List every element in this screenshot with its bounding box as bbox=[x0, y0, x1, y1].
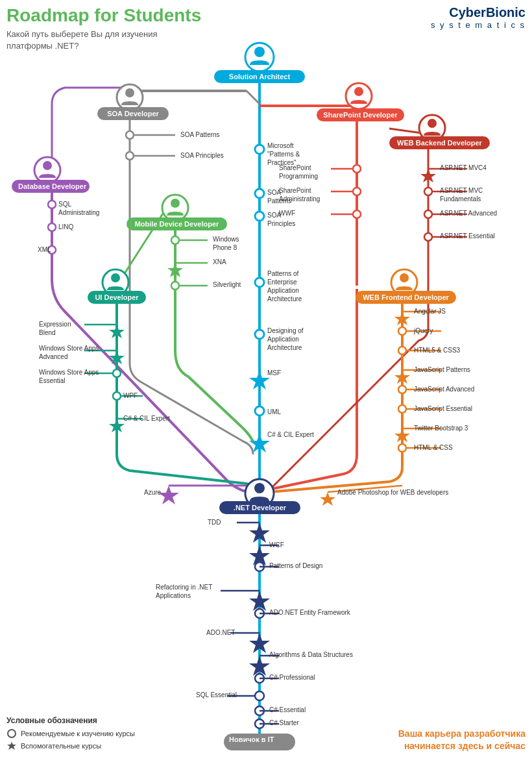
course-uml: UML bbox=[267, 408, 281, 416]
course-refactoring: Refactoring in .NETApplications bbox=[156, 583, 212, 600]
legend-recommended: Рекомендуемые к изучению курсы bbox=[6, 728, 135, 739]
course-sp-programming: SharePointProgramming bbox=[279, 164, 318, 180]
svg-point-65 bbox=[398, 327, 406, 335]
svg-point-66 bbox=[398, 347, 406, 354]
course-linq: LINQ bbox=[58, 223, 73, 231]
course-patterns-of-design: Patterns of Design bbox=[269, 562, 322, 570]
svg-point-37 bbox=[255, 212, 264, 221]
svg-point-62 bbox=[424, 210, 432, 218]
course-wp8: WindowsPhone 8 bbox=[213, 235, 239, 252]
ui-developer-badge: UI Developer bbox=[88, 291, 146, 304]
svg-point-54 bbox=[113, 369, 121, 377]
svg-point-51 bbox=[171, 282, 179, 290]
sharepoint-developer-badge: SharePoint Developer bbox=[317, 108, 404, 121]
course-cil-ui: C# & CIL Expert bbox=[123, 414, 170, 423]
course-wcf: WCF bbox=[269, 541, 284, 549]
svg-point-63 bbox=[424, 233, 432, 241]
course-expression-blend: ExpressionBlend bbox=[39, 320, 71, 337]
svg-point-110 bbox=[400, 273, 409, 282]
course-js-essential: JavaScript Essential bbox=[414, 404, 472, 413]
course-twitter-bootstrap: Twitter Bootstrap 3 bbox=[414, 424, 468, 432]
svg-point-41 bbox=[255, 406, 264, 415]
course-msf: MSF bbox=[267, 369, 281, 377]
svg-point-48 bbox=[126, 152, 134, 160]
course-daa: Designing ofApplicationArchitecture bbox=[267, 327, 304, 352]
svg-point-38 bbox=[255, 278, 264, 287]
course-csharp-professional: C# Professional bbox=[269, 673, 315, 682]
course-aspnet-advanced: ASP.NET Advanced bbox=[440, 209, 497, 217]
course-adobe: Adobe Photoshop for WEB developers bbox=[337, 488, 448, 497]
course-soa-patterns: SOA Patterns bbox=[180, 130, 220, 139]
page-container: Roadmap for Students Какой путь выберете… bbox=[0, 0, 532, 766]
svg-marker-72 bbox=[320, 492, 335, 506]
svg-point-43 bbox=[48, 201, 56, 208]
course-wwf: WWF bbox=[279, 209, 295, 217]
svg-point-58 bbox=[353, 188, 361, 195]
svg-point-69 bbox=[398, 405, 406, 413]
svg-point-57 bbox=[353, 165, 361, 173]
svg-point-106 bbox=[428, 119, 437, 128]
course-peaa: Patterns ofEnterpriseApplicationArchitec… bbox=[267, 269, 302, 303]
svg-point-35 bbox=[255, 145, 264, 154]
svg-point-96 bbox=[254, 47, 265, 57]
course-angular: Angular JS bbox=[414, 307, 446, 315]
course-html-css: HTML & CSS bbox=[414, 443, 453, 452]
course-soa-principles: SOA Principles bbox=[180, 151, 224, 160]
svg-point-61 bbox=[424, 188, 432, 195]
course-xna: XNA bbox=[213, 258, 226, 266]
svg-point-44 bbox=[48, 223, 56, 231]
legend-supplementary: Вспомогательные курсы bbox=[6, 741, 135, 751]
course-wpf: WPF bbox=[123, 391, 138, 400]
course-aspnet-mvc4: ASP.NET MVC4 bbox=[440, 164, 487, 172]
course-sql-essential: SQL Essential bbox=[196, 691, 237, 699]
svg-point-102 bbox=[171, 199, 180, 208]
svg-point-36 bbox=[255, 189, 264, 198]
svg-point-114 bbox=[8, 730, 16, 737]
svg-line-25 bbox=[389, 129, 422, 133]
course-wsa-advanced: Windows Store AppsAdvanced bbox=[39, 344, 99, 361]
course-adonet-ef: ADO.NET Entity Framework bbox=[269, 608, 350, 617]
svg-point-112 bbox=[254, 483, 265, 493]
course-wsa-essential: Windows Store AppsEssential bbox=[39, 368, 99, 385]
web-backend-developer-badge: WEB Backend Developer bbox=[389, 136, 490, 149]
svg-point-59 bbox=[353, 210, 361, 218]
course-algorithms: Algorithms & Data Structures bbox=[269, 650, 353, 659]
course-adonet: ADO.NET bbox=[206, 628, 235, 637]
soa-developer-badge: SOA Developer bbox=[97, 107, 169, 120]
svg-marker-115 bbox=[7, 742, 16, 750]
mobile-developer-badge: Mobile Device Developer bbox=[127, 217, 227, 230]
legend-title: Условные обозначения bbox=[6, 716, 135, 725]
course-csharp-essential: C# Essential bbox=[269, 706, 306, 714]
svg-point-49 bbox=[171, 236, 179, 244]
course-html5-css3: HTML5 & CSS3 bbox=[414, 346, 460, 354]
course-csharp-starter: C# Starter bbox=[269, 719, 299, 727]
course-js-patterns: JavaScript Patterns bbox=[414, 365, 470, 374]
course-js-advanced: JavaScript Advanced bbox=[414, 385, 474, 393]
svg-marker-46 bbox=[158, 486, 179, 504]
svg-point-71 bbox=[398, 444, 406, 452]
course-tdd: TDD bbox=[208, 518, 221, 526]
novice-label: Новичок в IT bbox=[229, 735, 274, 743]
net-developer-badge: .NET Developer bbox=[219, 501, 300, 514]
course-aspnet-essential: ASP.NET Essential bbox=[440, 232, 495, 240]
svg-point-100 bbox=[43, 161, 52, 170]
course-jquery: jQuery bbox=[414, 327, 433, 335]
course-silverlight: Silverlight bbox=[213, 280, 241, 289]
course-sql-admin: SQLAdministrating bbox=[58, 200, 99, 217]
svg-point-39 bbox=[255, 330, 264, 339]
database-developer-badge: Database Developer bbox=[12, 180, 90, 193]
solution-architect-badge: Solution Architect bbox=[214, 70, 305, 83]
web-frontend-developer-badge: WEB Frontend Developer bbox=[356, 291, 456, 304]
svg-line-4 bbox=[247, 91, 260, 104]
course-cil-sa: C# & CIL Expert bbox=[267, 430, 314, 439]
svg-point-47 bbox=[126, 131, 134, 139]
course-aspnet-mvc-fund: ASP.NET MVCFundamentals bbox=[440, 186, 483, 203]
svg-point-104 bbox=[354, 87, 363, 96]
course-azure: Azure bbox=[144, 488, 161, 497]
course-sp-admin: SharePointAdministrating bbox=[279, 186, 320, 203]
legend: Условные обозначения Рекомендуемые к изу… bbox=[6, 716, 135, 753]
cta: Ваша карьера разработчика начинается зде… bbox=[398, 728, 526, 753]
svg-point-98 bbox=[125, 88, 134, 97]
svg-point-108 bbox=[111, 273, 120, 282]
svg-point-55 bbox=[113, 392, 121, 400]
